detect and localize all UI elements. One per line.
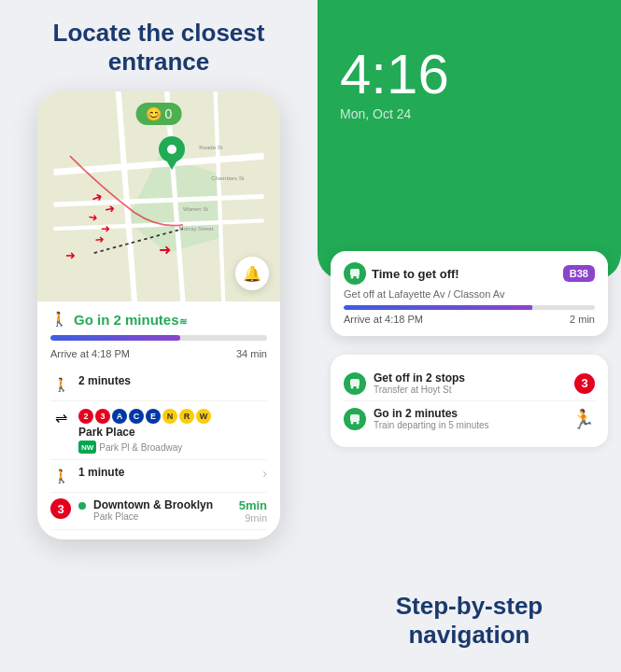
svg-point-17 [351, 276, 354, 279]
train-circle: 3 [50, 498, 71, 519]
route-dot [78, 502, 86, 510]
bottom-info-card: 🚶 Go in 2 minutes≋ Arrive at 4:18 PM 34 … [37, 301, 280, 539]
badge-w: W [196, 409, 211, 424]
sec-transit-icon-2 [344, 408, 366, 430]
step-walk-1: 🚶 2 minutes [50, 369, 267, 401]
badge-3: 3 [95, 409, 110, 424]
walk2-label: 1 minute [78, 466, 124, 479]
main-container: Locate the closest entrance [0, 0, 621, 672]
badge-c: C [129, 409, 144, 424]
step-content-walk2: 1 minute [78, 466, 255, 479]
emoji-count: 0 [165, 106, 173, 121]
map-area: Reade St Chambers St Warren St Murray St… [37, 91, 280, 301]
step-train-downtown: 3 Downtown & Brooklyn Park Place 5min 9m… [50, 493, 267, 530]
svg-rect-16 [350, 269, 360, 276]
nw-badge: NW [78, 441, 96, 454]
step-nav-line1: Step-by-step [396, 592, 543, 621]
bell-icon: 🔔 [243, 265, 261, 283]
duration-label: 34 min [236, 348, 267, 359]
badge-r: R [179, 409, 194, 424]
sec-sub-2: Train departing in 5 minutes [374, 420, 564, 430]
sec-title-2: Go in 2 minutes [374, 407, 564, 420]
parkplace-sub: Park Pl & Broadway [99, 442, 182, 453]
green-top: 4:16 Mon, Oct 24 Time to get off! [318, 0, 621, 280]
step-icon-walk: 🚶 [50, 374, 71, 395]
progress-bar [50, 335, 267, 341]
svg-text:Chambers St: Chambers St [211, 176, 245, 182]
notif-time-label: 2 min [570, 314, 595, 325]
secondary-item-1: Get off in 2 stops Transfer at Hoyt St 3 [344, 366, 595, 400]
downtown-sub: Park Place [93, 511, 232, 522]
sec-walk-icon: 🏃 [572, 408, 595, 430]
right-panel: 4:16 Mon, Oct 24 Time to get off! [318, 0, 621, 672]
clock-date: Mon, Oct 24 [340, 106, 599, 121]
svg-point-15 [167, 145, 176, 154]
svg-rect-19 [350, 379, 360, 386]
map-pin [159, 136, 185, 168]
notif-sub: Get off at Lafayette Av / Classon Av [344, 288, 595, 300]
badge-e: E [146, 409, 161, 424]
walk-icon-2: 🚶 [53, 469, 69, 483]
secondary-card: Get off in 2 stops Transfer at Hoyt St 3 [331, 355, 608, 447]
clock-time: 4:16 [340, 47, 599, 103]
sec-badge-num: 3 [581, 376, 587, 390]
svg-text:Reade St: Reade St [199, 146, 223, 151]
svg-marker-14 [164, 157, 179, 170]
notif-progress-bar [344, 305, 595, 310]
notif-transit-icon [344, 262, 366, 285]
go-text: Go in 2 minutes≋ [74, 312, 187, 328]
step-content-walk1: 2 minutes [78, 374, 267, 387]
downtown-title: Downtown & Brooklyn [93, 498, 232, 511]
train-badges: 2 3 A C E N R W [78, 409, 267, 424]
transfer-icon: ⇌ [55, 409, 67, 427]
step-nav-heading: Step-by-step navigation [396, 592, 543, 650]
notif-title: Time to get off! [372, 267, 459, 281]
notif-arrive-label: Arrive at 4:18 PM [344, 314, 423, 325]
notif-arrive-row: Arrive at 4:18 PM 2 min [344, 314, 595, 325]
svg-text:Warren St: Warren St [183, 206, 208, 212]
step-walk-label: 2 minutes [78, 374, 131, 387]
parkplace-title: Park Place [78, 426, 267, 439]
svg-point-21 [357, 385, 360, 388]
sec-badge-1: 3 [574, 373, 595, 394]
progress-fill [50, 335, 180, 341]
step-content-transit: 2 3 A C E N R W Park Place N [78, 407, 267, 454]
signal-icon: ≋ [179, 316, 187, 327]
step-icon-train: 3 [50, 498, 71, 519]
arrive-label: Arrive at 4:18 PM [50, 348, 130, 359]
emoji-badge: 😊 0 [136, 103, 182, 125]
step-transit-parkplace: ⇌ 2 3 A C E N R W [50, 401, 267, 460]
step-nav-line2: navigation [396, 621, 543, 650]
emoji-icon: 😊 [146, 106, 162, 121]
sec-content-2: Go in 2 minutes Train departing in 5 min… [374, 407, 564, 430]
step-icon-walk2: 🚶 [50, 466, 71, 486]
arrive-row: Arrive at 4:18 PM 34 min [50, 348, 267, 359]
notif-progress-dot [524, 305, 532, 310]
notif-progress-fill [344, 305, 532, 310]
svg-rect-22 [350, 414, 360, 422]
step-content-train: Downtown & Brooklyn Park Place [93, 498, 232, 522]
notification-card: Time to get off! B38 Get off at Lafayett… [331, 251, 608, 336]
go-label: Go in [74, 312, 114, 328]
time-gray: 9min [245, 512, 267, 524]
svg-point-23 [351, 421, 354, 424]
time-badge: 5min 9min [239, 498, 267, 524]
sec-sub-1: Transfer at Hoyt St [374, 385, 567, 395]
sec-content-1: Get off in 2 stops Transfer at Hoyt St [374, 371, 567, 395]
b38-badge: B38 [563, 265, 595, 282]
right-bottom-heading: Step-by-step navigation [396, 592, 543, 672]
left-panel: Locate the closest entrance [0, 0, 318, 672]
left-heading: Locate the closest entrance [0, 19, 318, 77]
walk-icon-small: 🚶 [50, 311, 68, 328]
svg-text:Murray Street: Murray Street [179, 226, 214, 231]
badge-a: A [112, 409, 127, 424]
secondary-item-2: Go in 2 minutes Train departing in 5 min… [344, 400, 595, 436]
step-walk-2: 🚶 1 minute › [50, 460, 267, 493]
go-minutes: 2 minutes [114, 312, 179, 328]
phone-left: Reade St Chambers St Warren St Murray St… [37, 91, 280, 539]
train-number: 3 [57, 502, 64, 516]
notif-title-row: Time to get off! [344, 262, 459, 285]
notif-header: Time to get off! B38 [344, 262, 595, 285]
walk-icon: 🚶 [53, 377, 69, 392]
step-arrow[interactable]: › [262, 466, 267, 481]
